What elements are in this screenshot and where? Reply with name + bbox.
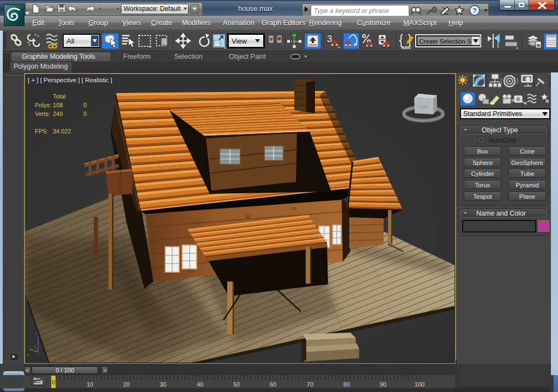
svg-text:40: 40 <box>197 381 203 388</box>
svg-text:90: 90 <box>380 381 386 388</box>
svg-text:Z: Z <box>35 332 38 335</box>
svg-text:Create Selection Se: Create Selection Se <box>419 38 475 45</box>
svg-text:60: 60 <box>270 381 276 388</box>
svg-text:10: 10 <box>87 381 93 388</box>
svg-text:100: 100 <box>415 381 424 388</box>
svg-text:20: 20 <box>123 381 130 388</box>
svg-text:ABC: ABC <box>402 45 411 50</box>
svg-text:80: 80 <box>343 381 350 388</box>
svg-text:30: 30 <box>160 381 166 388</box>
svg-text:3: 3 <box>327 34 332 44</box>
svg-text:0: 0 <box>52 379 55 385</box>
svg-text:50: 50 <box>233 381 240 388</box>
svg-text:All: All <box>66 37 75 45</box>
svg-text:LOT: LOT <box>420 105 428 109</box>
svg-text:?: ? <box>472 7 477 15</box>
svg-text:x: x <box>27 353 29 357</box>
svg-text:View: View <box>232 37 247 45</box>
svg-text:70: 70 <box>307 381 313 388</box>
